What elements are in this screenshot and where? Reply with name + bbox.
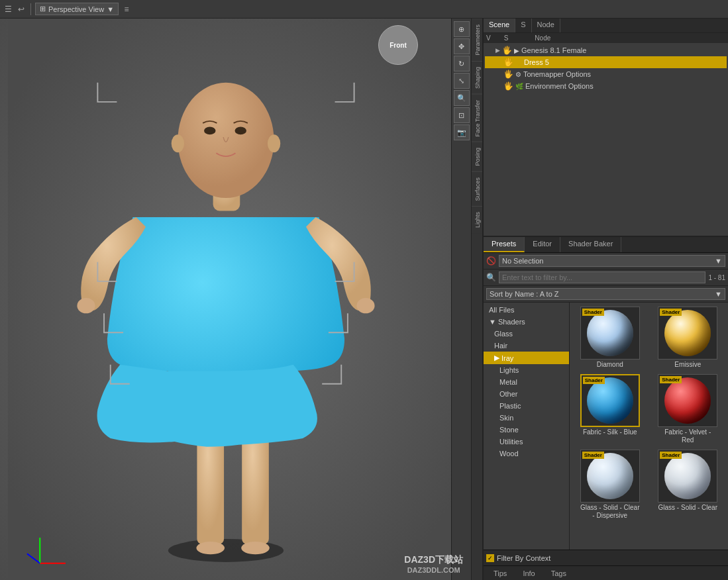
shader-label-glass-clear: Glass - Solid - Clear <box>658 504 717 512</box>
ft-wood[interactable]: Wood <box>484 448 569 459</box>
shader-glass-clear[interactable]: Shader Glass - Solid - Clear <box>650 448 726 521</box>
presets-tabs: Presets Editor Shader Baker <box>484 237 728 253</box>
scene-tab-scene[interactable]: Scene <box>484 19 515 32</box>
environment-label: Environment Options <box>525 82 594 90</box>
genesis-arrow: ▶ <box>495 47 500 54</box>
ft-other-label: Other <box>499 390 518 398</box>
sphere-silk-blue <box>587 377 633 424</box>
presets-filter-row: 🔍 1 - 81 <box>484 269 728 286</box>
ft-shaders-arrow: ▼ <box>489 318 496 326</box>
ft-other[interactable]: Other <box>484 388 569 400</box>
sort-dropdown[interactable]: Sort by Name : A to Z ▼ <box>486 288 725 300</box>
side-tab-face-transfer[interactable]: Face Transfer <box>472 94 482 142</box>
ft-all-files[interactable]: All Files <box>484 304 569 316</box>
move-tool-button[interactable]: ✥ <box>454 38 470 54</box>
svg-point-9 <box>178 83 274 198</box>
zoom-button[interactable]: 🔍 <box>454 90 470 106</box>
ft-lights[interactable]: Lights <box>484 364 569 376</box>
tree-item-environment[interactable]: 🖐 🌿 Environment Options <box>485 80 727 92</box>
shader-label-emissive: Emissive <box>674 361 701 369</box>
filter-input[interactable] <box>499 271 705 283</box>
ft-hair[interactable]: Hair <box>484 340 569 352</box>
shader-thumb-diamond: Shader <box>580 307 640 360</box>
main-layout: Front ⊕ ✥ ↻ ⤡ 🔍 ⊡ 📷 DAZ3D下载站 DAZ3DDL.COM… <box>0 19 728 580</box>
tonemapper-icon: 🖐 <box>503 70 513 79</box>
settings-icon[interactable]: ≡ <box>121 4 132 15</box>
col-s: S <box>504 34 509 42</box>
ft-metal[interactable]: Metal <box>484 376 569 388</box>
side-tab-parameters[interactable]: Parameters <box>472 19 482 61</box>
genesis-label: Genesis 8.1 Female <box>521 46 586 54</box>
dress-icon2: ⬡ <box>515 58 522 67</box>
search-icon: 🔍 <box>486 273 496 282</box>
ft-stone[interactable]: Stone <box>484 424 569 436</box>
ft-iray-arrow: ▶ <box>494 354 499 362</box>
frame-button[interactable]: ⊡ <box>454 107 470 123</box>
shader-badge-glass-dispersive: Shader <box>582 452 604 459</box>
tree-item-dress[interactable]: 🖐 ⬡ Dress 5 <box>485 56 727 68</box>
svg-point-5 <box>241 542 270 554</box>
filter-context-checkbox[interactable]: ✓ Filter By Context <box>486 554 550 562</box>
svg-point-13 <box>268 134 280 152</box>
separator <box>30 3 31 15</box>
perspective-label: Perspective View <box>48 5 104 13</box>
ft-utilities[interactable]: Utilities <box>484 436 569 448</box>
ft-skin-label: Skin <box>499 414 513 422</box>
ft-glass[interactable]: Glass <box>484 328 569 340</box>
bottom-tab-info[interactable]: Info <box>515 567 542 579</box>
shader-fabric-velvet-red[interactable]: Shader Fabric - Velvet - Red <box>650 373 726 446</box>
ft-metal-label: Metal <box>499 378 517 386</box>
shader-thumb-silk-blue: Shader <box>580 374 640 427</box>
svg-point-4 <box>196 542 225 554</box>
ft-shaders[interactable]: ▼ Shaders <box>484 316 569 328</box>
scene-tab-node[interactable]: Node <box>532 19 560 32</box>
shader-badge-diamond: Shader <box>582 309 604 316</box>
col-node: Node <box>535 34 550 42</box>
genesis-icon: 🖐 <box>502 46 512 55</box>
side-tab-surfaces[interactable]: Surfaces <box>472 171 482 207</box>
sphere-velvet-red <box>664 377 711 424</box>
svg-point-6 <box>77 298 95 313</box>
scene-background: Front ⊕ ✥ ↻ ⤡ 🔍 ⊡ 📷 <box>0 19 471 580</box>
tonemapper-label: Tonemapper Options <box>523 70 591 78</box>
sphere-glass-clear <box>664 453 711 499</box>
presets-tab-editor[interactable]: Editor <box>525 237 560 252</box>
bottom-tab-tags[interactable]: Tags <box>544 567 574 579</box>
presets-tab-shader-baker[interactable]: Shader Baker <box>560 237 621 252</box>
side-tab-posing[interactable]: Posing <box>472 142 482 171</box>
sphere-emissive <box>664 310 711 356</box>
perspective-view-button[interactable]: ⊞ Perspective View ▼ <box>35 3 119 15</box>
top-bar: ☰ ↩ ⊞ Perspective View ▼ ≡ <box>0 0 728 19</box>
ft-plastic-label: Plastic <box>499 402 521 410</box>
menu-icon[interactable]: ☰ <box>3 4 13 15</box>
shader-fabric-silk-blue[interactable]: Shader Fabric - Silk - Blue <box>572 373 648 446</box>
ft-lights-label: Lights <box>499 366 519 374</box>
filter-context-label: Filter By Context <box>497 554 550 562</box>
shader-diamond[interactable]: Shader Diamond <box>572 305 648 370</box>
select-tool-button[interactable]: ⊕ <box>454 21 470 37</box>
scene-tab-s[interactable]: S <box>515 19 531 32</box>
svg-point-11 <box>235 127 246 135</box>
ft-iray[interactable]: ▶ Iray <box>484 352 569 364</box>
ft-skin[interactable]: Skin <box>484 412 569 424</box>
tree-item-tonemapper[interactable]: 🖐 ⚙ Tonemapper Options <box>485 68 727 80</box>
shader-label-velvet-red: Fabric - Velvet - Red <box>658 428 717 444</box>
arrow-icon[interactable]: ↩ <box>16 4 26 15</box>
side-tab-shaping[interactable]: Shaping <box>472 61 482 94</box>
no-selection-dropdown[interactable]: No Selection ▼ <box>499 255 725 267</box>
shader-emissive[interactable]: Shader Emissive <box>650 305 726 370</box>
shader-glass-dispersive[interactable]: Shader Glass - Solid - Clear - Dispersiv… <box>572 448 648 521</box>
rotate-tool-button[interactable]: ↻ <box>454 56 470 72</box>
dropdown-arrow: ▼ <box>715 257 722 265</box>
tree-item-genesis[interactable]: ▶ 🖐 ▶ Genesis 8.1 Female <box>485 44 727 56</box>
camera-button[interactable]: 📷 <box>454 124 470 140</box>
scale-tool-button[interactable]: ⤡ <box>454 73 470 89</box>
ft-plastic[interactable]: Plastic <box>484 400 569 412</box>
shader-thumb-velvet-red: Shader <box>658 374 717 427</box>
side-tab-lights[interactable]: Lights <box>472 206 482 233</box>
bottom-tab-tips[interactable]: Tips <box>486 567 514 579</box>
minimap-front[interactable]: Front <box>378 25 418 65</box>
shader-badge-glass-clear: Shader <box>660 452 682 459</box>
perspective-dropdown-arrow: ▼ <box>107 5 114 13</box>
presets-tab-presets[interactable]: Presets <box>484 237 525 252</box>
